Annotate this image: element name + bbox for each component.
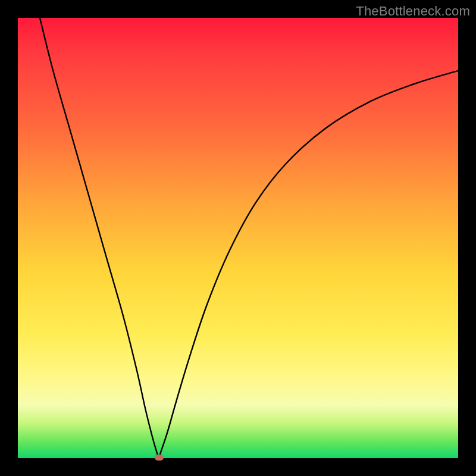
- watermark-label: TheBottleneck.com: [356, 4, 470, 19]
- bottleneck-curve: [18, 18, 458, 458]
- optimal-point-marker: [155, 455, 164, 461]
- plot-area: [18, 18, 458, 458]
- chart-frame: TheBottleneck.com: [0, 0, 476, 476]
